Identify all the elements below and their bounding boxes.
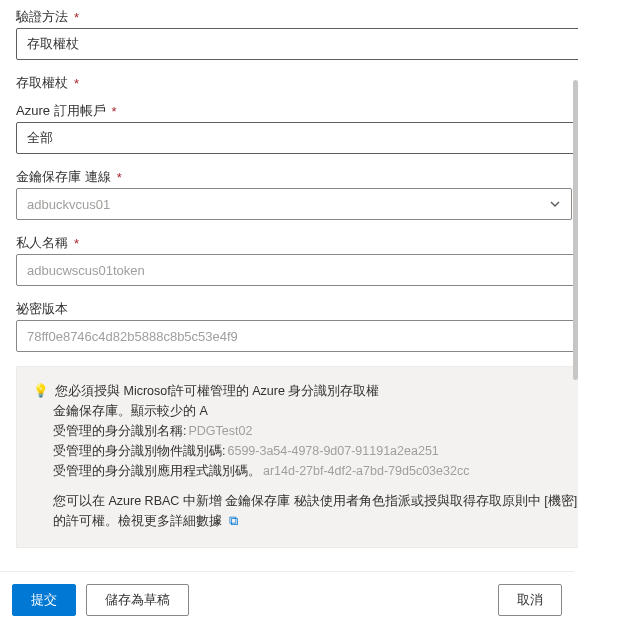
keyvault-select[interactable]: adbuckvcus01 (16, 188, 572, 220)
secret-version-field: 祕密版本 (16, 300, 608, 352)
info-para2-text: 您可以在 Azure RBAC 中新增 金鑰保存庫 秘訣使用者角色指派或授與取得… (53, 494, 577, 528)
info-text: 許可權管理的 Azure 身分識別存取權 (171, 384, 380, 398)
mi-obj-label: 受管理的身分識別物件識別碼: (53, 441, 225, 461)
info-box: 💡您必須授與 Microsof許可權管理的 Azure 身分識別存取權 金鑰保存… (16, 366, 608, 548)
secret-name-field: 私人名稱 * (16, 234, 608, 286)
required-indicator: * (74, 76, 79, 91)
auth-method-select[interactable]: 存取權杖 (16, 28, 608, 60)
select-value: adbuckvcus01 (27, 197, 110, 212)
section-title-text: 存取權杖 (16, 74, 68, 92)
info-text: 您必須授與 Microsof (55, 384, 171, 398)
submit-button[interactable]: 提交 (12, 584, 76, 616)
info-line: 金鑰保存庫。顯示較少的 A (33, 401, 591, 421)
right-margin (578, 0, 624, 627)
label-text: 祕密版本 (16, 300, 68, 318)
mi-app-row: 受管理的身分識別應用程式識別碼。 ar14d-27bf-4df2-a7bd-79… (33, 461, 591, 481)
secret-name-label: 私人名稱 * (16, 234, 608, 252)
label-text: 驗證方法 (16, 8, 68, 26)
external-link-icon[interactable]: ⧉ (229, 514, 238, 528)
info-para2: 您可以在 Azure RBAC 中新增 金鑰保存庫 秘訣使用者角色指派或授與取得… (33, 491, 591, 531)
required-indicator: * (74, 236, 79, 251)
secret-version-label: 祕密版本 (16, 300, 608, 318)
form-panel: 驗證方法 * 存取權杖 存取權杖 * Azure 訂用帳戶 * 全部 金鑰保存庫… (0, 0, 624, 554)
subscription-select[interactable]: 全部 (16, 122, 608, 154)
mi-obj-row: 受管理的身分識別物件識別碼: 6599-3a54-4978-9d07-91191… (33, 441, 591, 461)
save-draft-button[interactable]: 儲存為草稿 (86, 584, 189, 616)
cancel-button[interactable]: 取消 (498, 584, 562, 616)
mi-name-value: PDGTest02 (188, 421, 252, 441)
mi-name-row: 受管理的身分識別名稱: PDGTest02 (33, 421, 591, 441)
secret-name-input[interactable] (16, 254, 608, 286)
subscription-label: Azure 訂用帳戶 * (16, 102, 608, 120)
subscription-field: Azure 訂用帳戶 * 全部 (16, 102, 608, 154)
auth-method-label: 驗證方法 * (16, 8, 608, 26)
select-value: 全部 (27, 129, 53, 147)
mi-name-label: 受管理的身分識別名稱: (53, 421, 186, 441)
keyvault-label: 金鑰保存庫 連線 * (16, 168, 608, 186)
label-text: 私人名稱 (16, 234, 68, 252)
required-indicator: * (74, 10, 79, 25)
info-line: 💡您必須授與 Microsof許可權管理的 Azure 身分識別存取權 (33, 381, 591, 401)
mi-app-label: 受管理的身分識別應用程式識別碼。 (53, 461, 261, 481)
footer-bar: 提交 儲存為草稿 取消 (0, 571, 574, 627)
auth-method-field: 驗證方法 * 存取權杖 (16, 8, 608, 60)
label-text: Azure 訂用帳戶 (16, 102, 106, 120)
label-text: 金鑰保存庫 連線 (16, 168, 111, 186)
secret-version-input[interactable] (16, 320, 608, 352)
select-value: 存取權杖 (27, 35, 79, 53)
mi-obj-value: 6599-3a54-4978-9d07-91191a2ea251 (227, 441, 438, 461)
lightbulb-icon: 💡 (33, 384, 49, 398)
keyvault-field: 金鑰保存庫 連線 * adbuckvcus01 (16, 168, 608, 220)
required-indicator: * (117, 170, 122, 185)
section-title: 存取權杖 * (16, 74, 608, 92)
required-indicator: * (112, 104, 117, 119)
chevron-down-icon (549, 198, 561, 210)
mi-app-value: ar14d-27bf-4df2-a7bd-79d5c03e32cc (263, 461, 469, 481)
